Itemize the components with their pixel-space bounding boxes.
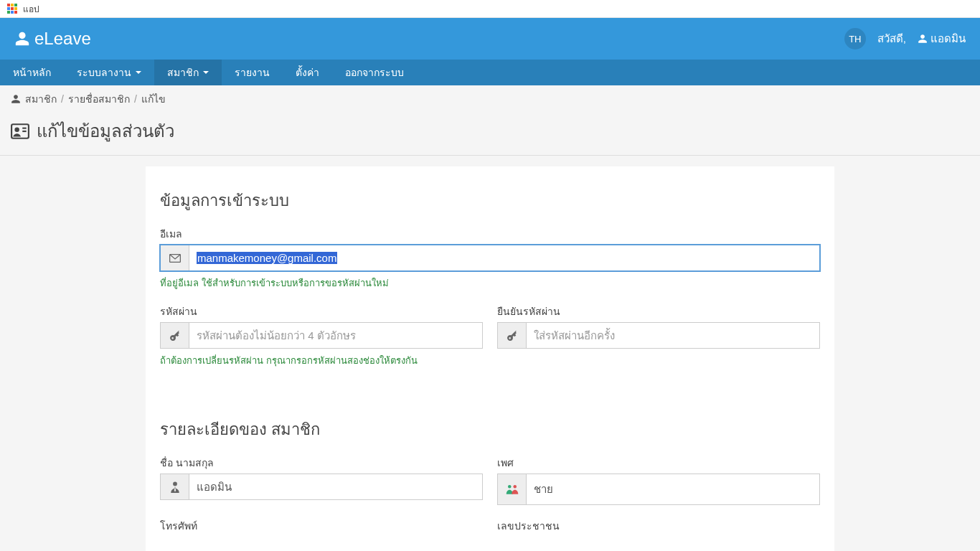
password-field[interactable]	[189, 323, 482, 348]
confirm-input-group	[497, 322, 820, 349]
nav-home[interactable]: หน้าหลัก	[0, 60, 64, 85]
breadcrumb-member[interactable]: สมาชิก	[25, 91, 57, 107]
password-input-group	[160, 322, 483, 349]
page-title: แก้ไขข้อมูลส่วนตัว	[37, 117, 174, 145]
name-label: ชื่อ นามสกุล	[160, 455, 483, 471]
password-help: ถ้าต้องการเปลี่ยนรหัสผ่าน กรุณากรอกรหัสผ…	[160, 353, 483, 368]
svg-point-7	[513, 485, 517, 489]
key-icon	[498, 323, 527, 348]
gender-select-group[interactable]: ชาย	[497, 474, 820, 505]
nav-member-label: สมาชิก	[167, 65, 199, 80]
main-nav: หน้าหลัก ระบบลางาน สมาชิก รายงาน ตั้งค่า…	[0, 60, 980, 85]
nav-member[interactable]: สมาชิก	[154, 60, 222, 85]
form-panel: ข้อมูลการเข้าระบบ อีเมล manmakemoney@gma…	[146, 166, 834, 551]
breadcrumb-sep: /	[61, 93, 64, 105]
email-value-selected: manmakemoney@gmail.com	[197, 252, 337, 264]
envelope-icon	[161, 245, 189, 270]
breadcrumb-edit: แก้ไข	[141, 91, 166, 107]
nav-leave[interactable]: ระบบลางาน	[64, 60, 154, 85]
brand-text: eLeave	[34, 29, 91, 49]
svg-point-1	[14, 127, 19, 132]
user-icon	[11, 94, 21, 104]
greeting-text: สวัสดี,	[877, 30, 906, 47]
svg-point-6	[508, 485, 512, 489]
breadcrumb-list[interactable]: รายชื่อสมาชิก	[68, 91, 130, 107]
current-user[interactable]: แอดมิน	[918, 30, 966, 47]
nav-logout[interactable]: ออกจากระบบ	[332, 60, 417, 85]
chevron-down-icon	[203, 71, 209, 74]
breadcrumb: สมาชิก / รายชื่อสมาชิก / แก้ไข	[0, 85, 980, 113]
app-header: eLeave TH สวัสดี, แอดมิน	[0, 18, 980, 60]
brand[interactable]: eLeave	[14, 29, 91, 49]
section-member-title: รายละเอียดของ สมาชิก	[160, 417, 820, 442]
nav-report[interactable]: รายงาน	[222, 60, 283, 85]
section-login-title: ข้อมูลการเข้าระบบ	[160, 188, 820, 213]
page-title-bar: แก้ไขข้อมูลส่วนตัว	[0, 113, 980, 156]
user-icon	[14, 31, 30, 47]
chevron-down-icon	[136, 71, 141, 74]
name-field[interactable]	[189, 474, 482, 499]
language-badge[interactable]: TH	[844, 28, 866, 50]
breadcrumb-sep: /	[134, 93, 137, 105]
apps-grid-icon[interactable]	[7, 4, 17, 14]
confirm-label: ยืนยันรหัสผ่าน	[497, 303, 820, 319]
gender-value: ชาย	[527, 474, 819, 504]
nav-settings[interactable]: ตั้งค่า	[283, 60, 332, 85]
user-name: แอดมิน	[930, 30, 966, 47]
user-icon	[918, 34, 928, 44]
id-label: เลขประชาชน	[497, 518, 820, 534]
password-label: รหัสผ่าน	[160, 303, 483, 319]
name-input-group	[160, 474, 483, 500]
apps-label[interactable]: แอป	[23, 2, 39, 16]
browser-apps-bar: แอป	[0, 0, 980, 18]
email-help: ที่อยู่อีเมล ใช้สำหรับการเข้าระบบหรือการ…	[160, 276, 820, 291]
id-card-icon	[11, 123, 29, 139]
email-field[interactable]: manmakemoney@gmail.com	[189, 245, 819, 270]
key-icon	[161, 323, 189, 348]
email-label: อีเมล	[160, 226, 820, 242]
people-icon	[498, 474, 527, 504]
phone-label: โทรศัพท์	[160, 518, 483, 534]
gender-label: เพศ	[497, 455, 820, 471]
email-input-group: manmakemoney@gmail.com	[160, 245, 820, 271]
svg-point-5	[173, 481, 177, 486]
person-tie-icon	[161, 474, 189, 499]
nav-leave-label: ระบบลางาน	[77, 65, 131, 80]
confirm-field[interactable]	[527, 323, 819, 348]
